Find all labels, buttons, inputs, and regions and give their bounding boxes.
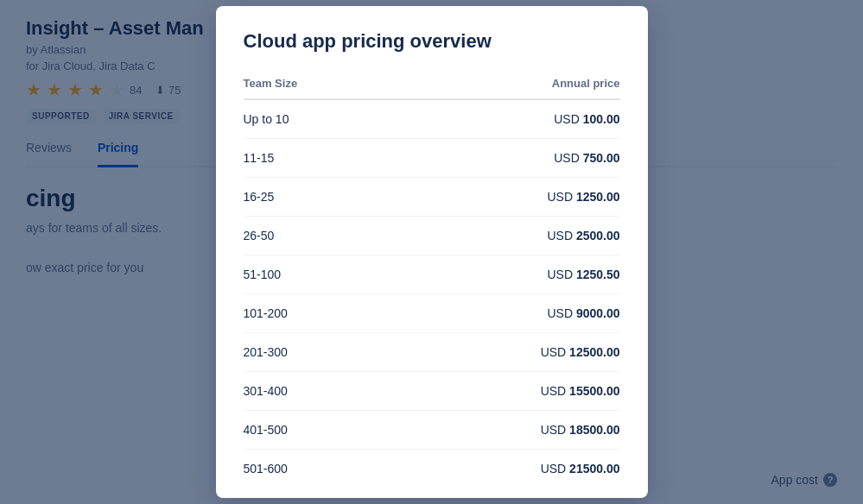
modal-title: Cloud app pricing overview: [244, 30, 620, 53]
pricing-table: Team Size Annual price Up to 10USD 100.0…: [244, 70, 620, 488]
annual-price-cell: USD 15500.00: [396, 372, 619, 411]
team-size-cell: 401-500: [244, 411, 397, 450]
team-size-cell: Up to 10: [244, 99, 397, 139]
pricing-row: 16-25USD 1250.00: [244, 178, 620, 217]
pricing-row: 201-300USD 12500.00: [244, 333, 620, 372]
team-size-cell: 26-50: [244, 217, 397, 255]
annual-price-cell: USD 18500.00: [396, 411, 619, 450]
annual-price-cell: USD 12500.00: [396, 333, 619, 372]
team-size-cell: 16-25: [244, 178, 397, 217]
col-team-size: Team Size: [244, 70, 397, 99]
pricing-row: 501-600USD 21500.00: [244, 450, 620, 488]
pricing-row: 301-400USD 15500.00: [244, 372, 620, 411]
team-size-cell: 101-200: [244, 294, 397, 333]
annual-price-cell: USD 1250.00: [396, 178, 619, 217]
annual-price-cell: USD 21500.00: [396, 450, 619, 488]
pricing-row: 51-100USD 1250.50: [244, 255, 620, 294]
annual-price-cell: USD 9000.00: [396, 294, 619, 333]
team-size-cell: 201-300: [244, 333, 397, 372]
team-size-cell: 51-100: [244, 255, 397, 294]
pricing-row: 401-500USD 18500.00: [244, 411, 620, 450]
team-size-cell: 501-600: [244, 450, 397, 488]
pricing-row: Up to 10USD 100.00: [244, 99, 620, 139]
team-size-cell: 301-400: [244, 372, 397, 411]
pricing-modal: Cloud app pricing overview Team Size Ann…: [216, 6, 648, 498]
col-annual-price: Annual price: [396, 70, 619, 99]
annual-price-cell: USD 1250.50: [396, 255, 619, 294]
pricing-row: 11-15USD 750.00: [244, 139, 620, 178]
team-size-cell: 11-15: [244, 139, 397, 178]
pricing-row: 101-200USD 9000.00: [244, 294, 620, 333]
modal-overlay[interactable]: Cloud app pricing overview Team Size Ann…: [0, 0, 863, 504]
annual-price-cell: USD 750.00: [396, 139, 619, 178]
annual-price-cell: USD 100.00: [396, 99, 619, 139]
pricing-row: 26-50USD 2500.00: [244, 217, 620, 255]
annual-price-cell: USD 2500.00: [396, 217, 619, 255]
